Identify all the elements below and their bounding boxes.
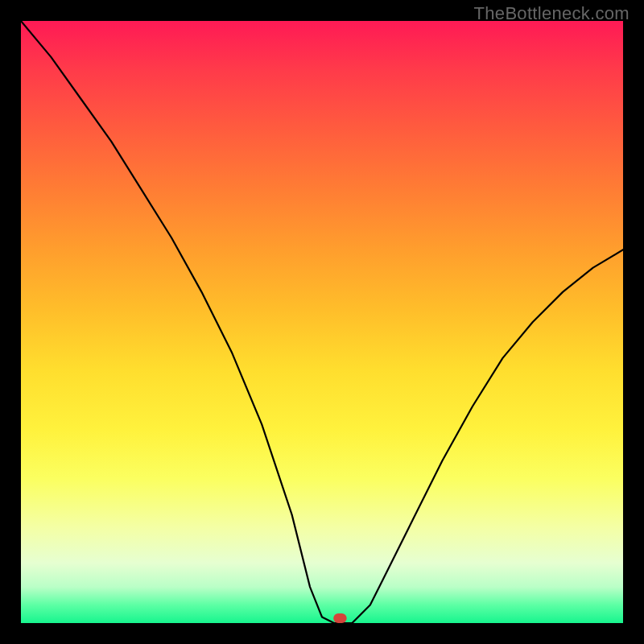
chart-svg [21,21,623,623]
bottleneck-curve [21,21,623,623]
optimum-marker [333,613,346,623]
plot-area [21,21,623,623]
chart-frame: TheBottleneck.com [0,0,644,644]
watermark-text: TheBottleneck.com [474,3,630,24]
